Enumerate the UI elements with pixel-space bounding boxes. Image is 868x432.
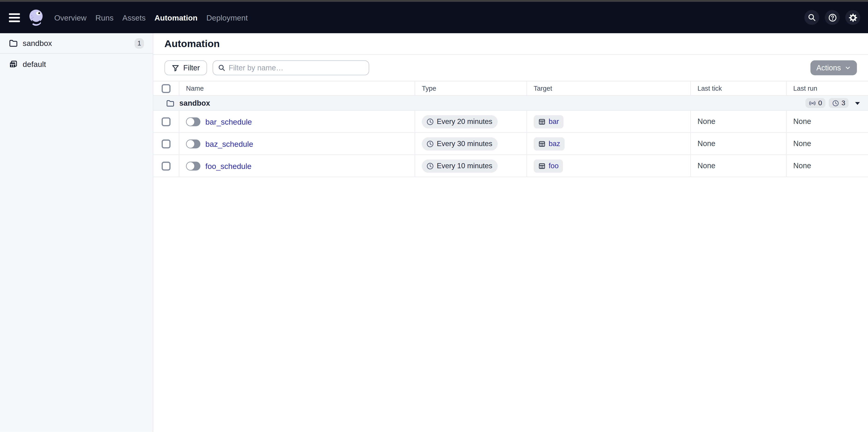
dagster-logo[interactable] <box>27 8 45 27</box>
sidebar: sandbox 1 default <box>0 33 153 432</box>
row-checkbox[interactable] <box>162 117 170 126</box>
schedule-count: 3 <box>841 99 845 107</box>
column-header-type: Type <box>415 82 527 95</box>
actions-button[interactable]: Actions <box>810 60 857 75</box>
dagster-logo-icon <box>27 8 45 27</box>
table-row: foo_schedule Every 10 minutes <box>153 155 868 177</box>
table-row: bar_schedule Every 20 minutes <box>153 111 868 133</box>
menu-button[interactable] <box>9 13 20 22</box>
collapse-group-button[interactable] <box>855 100 860 105</box>
sensor-count: 0 <box>818 99 822 107</box>
clock-icon <box>426 162 434 170</box>
row-type-cell: Every 10 minutes <box>415 155 527 177</box>
column-header-name: Name <box>179 82 415 95</box>
filter-button-label: Filter <box>183 64 200 72</box>
automations-table: Name Type Target Last tick Last run sand… <box>153 81 868 177</box>
row-name-cell: baz_schedule <box>179 133 415 155</box>
sidebar-item-default[interactable]: default <box>0 54 153 74</box>
sidebar-item-count-badge: 1 <box>134 38 144 49</box>
clock-icon <box>426 140 434 148</box>
row-last-run-cell: None <box>786 111 868 132</box>
nav-item-automation[interactable]: Automation <box>155 11 198 24</box>
schedule-toggle[interactable] <box>186 161 200 170</box>
group-label: sandbox <box>179 99 210 107</box>
settings-button[interactable] <box>845 10 860 25</box>
target-asset-link[interactable]: foo <box>534 159 563 173</box>
schedule-toggle[interactable] <box>186 139 200 148</box>
asset-table-icon <box>538 162 546 170</box>
row-last-tick-cell: None <box>691 155 786 177</box>
row-last-tick-cell: None <box>691 133 786 155</box>
target-asset-label: bar <box>549 118 559 126</box>
page-header: Automation <box>153 33 868 55</box>
app-shell: sandbox 1 default Automation <box>0 33 868 432</box>
schedule-type-label: Every 30 minutes <box>437 140 492 148</box>
sensor-icon <box>809 99 816 106</box>
row-checkbox[interactable] <box>162 161 170 170</box>
help-button[interactable] <box>825 10 840 25</box>
sensor-count-badge: 0 <box>805 98 825 108</box>
last-tick-value: None <box>698 118 715 126</box>
row-last-run-cell: None <box>786 133 868 155</box>
last-run-value: None <box>793 118 811 126</box>
last-tick-value: None <box>698 140 715 148</box>
last-run-value: None <box>793 140 811 148</box>
name-filter-input[interactable] <box>229 64 364 72</box>
page-title: Automation <box>164 38 220 50</box>
schedule-toggle[interactable] <box>186 117 200 126</box>
schedule-type-label: Every 20 minutes <box>437 118 492 126</box>
target-asset-link[interactable]: bar <box>534 115 563 128</box>
code-location-icon <box>9 60 18 68</box>
hamburger-icon <box>9 13 20 22</box>
filter-button[interactable]: Filter <box>164 60 207 75</box>
automation-name-link[interactable]: bar_schedule <box>205 117 252 126</box>
row-target-cell: baz <box>527 133 691 155</box>
schedule-type-pill: Every 30 minutes <box>422 137 498 151</box>
schedule-type-pill: Every 10 minutes <box>422 159 498 173</box>
primary-nav: Overview Runs Assets Automation Deployme… <box>54 11 248 24</box>
schedule-count-badge: 3 <box>829 98 848 108</box>
clock-icon <box>832 99 839 106</box>
header-checkbox-cell <box>153 82 180 95</box>
window-top-strip <box>0 0 868 2</box>
nav-item-deployment[interactable]: Deployment <box>207 11 248 24</box>
sidebar-item-sandbox[interactable]: sandbox 1 <box>0 33 153 54</box>
name-filter-field <box>213 60 369 75</box>
nav-item-overview[interactable]: Overview <box>54 11 87 24</box>
sidebar-item-label: default <box>23 60 46 68</box>
row-last-tick-cell: None <box>691 111 786 132</box>
row-target-cell: foo <box>527 155 691 177</box>
search-button[interactable] <box>804 10 819 25</box>
column-header-last-run: Last run <box>786 82 868 95</box>
toolbar: Filter Actions <box>153 55 868 81</box>
clock-icon <box>426 118 434 126</box>
last-run-value: None <box>793 162 811 170</box>
automation-name-link[interactable]: baz_schedule <box>205 139 253 148</box>
group-counts: 0 3 <box>805 98 860 108</box>
row-checkbox[interactable] <box>162 139 170 148</box>
chevron-down-icon <box>845 65 851 71</box>
help-icon <box>828 13 837 22</box>
actions-button-label: Actions <box>816 64 841 72</box>
target-asset-link[interactable]: baz <box>534 137 565 151</box>
nav-item-assets[interactable]: Assets <box>122 11 146 24</box>
schedule-type-label: Every 10 minutes <box>437 162 492 170</box>
folder-icon <box>9 39 18 48</box>
automation-name-link[interactable]: foo_schedule <box>205 161 251 170</box>
target-asset-label: baz <box>549 140 560 148</box>
main-content: Automation Filter <box>153 33 868 432</box>
schedule-type-pill: Every 20 minutes <box>422 115 498 128</box>
search-icon <box>218 64 225 71</box>
sidebar-item-label: sandbox <box>23 39 52 48</box>
nav-item-runs[interactable]: Runs <box>95 11 114 24</box>
folder-icon <box>166 99 175 107</box>
table-header-row: Name Type Target Last tick Last run <box>153 82 868 96</box>
nav-actions <box>804 10 860 25</box>
last-tick-value: None <box>698 162 715 170</box>
asset-table-icon <box>538 118 546 126</box>
row-name-cell: foo_schedule <box>179 155 415 177</box>
app-window: Overview Runs Assets Automation Deployme… <box>0 0 868 432</box>
row-type-cell: Every 20 minutes <box>415 111 527 132</box>
select-all-checkbox[interactable] <box>162 84 170 93</box>
table-row: baz_schedule Every 30 minutes <box>153 133 868 155</box>
